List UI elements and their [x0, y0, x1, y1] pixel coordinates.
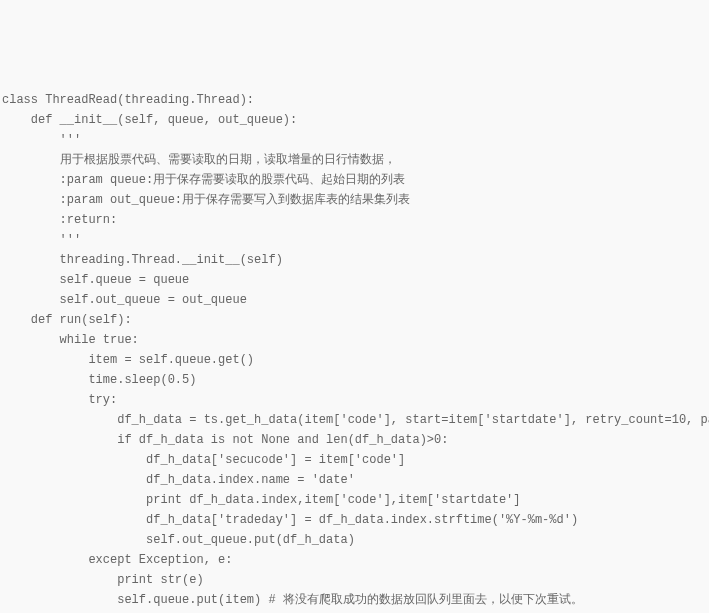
code-line: self.out_queue = out_queue — [2, 290, 707, 310]
code-line: df_h_data['secucode'] = item['code'] — [2, 450, 707, 470]
code-line: def __init__(self, queue, out_queue): — [2, 110, 707, 130]
code-line: ''' — [2, 230, 707, 250]
code-line: if df_h_data is not None and len(df_h_da… — [2, 430, 707, 450]
code-line: ''' — [2, 130, 707, 150]
code-line: df_h_data['tradeday'] = df_h_data.index.… — [2, 510, 707, 530]
code-line: try: — [2, 390, 707, 410]
code-line: self.queue.put(item) # 将没有爬取成功的数据放回队列里面去… — [2, 590, 707, 610]
code-line: df_h_data = ts.get_h_data(item['code'], … — [2, 410, 707, 430]
code-line: self.queue = queue — [2, 270, 707, 290]
code-line: self.out_queue.put(df_h_data) — [2, 530, 707, 550]
code-line: :param queue:用于保存需要读取的股票代码、起始日期的列表 — [2, 170, 707, 190]
code-line: threading.Thread.__init__(self) — [2, 250, 707, 270]
code-line: df_h_data.index.name = 'date' — [2, 470, 707, 490]
code-line: time.sleep(0.5) — [2, 370, 707, 390]
code-block: class ThreadRead(threading.Thread): def … — [2, 90, 707, 613]
code-line: item = self.queue.get() — [2, 350, 707, 370]
code-line: while true: — [2, 330, 707, 350]
code-line: def run(self): — [2, 310, 707, 330]
code-line: print df_h_data.index,item['code'],item[… — [2, 490, 707, 510]
code-line: except Exception, e: — [2, 550, 707, 570]
code-line: print str(e) — [2, 570, 707, 590]
code-line: class ThreadRead(threading.Thread): — [2, 90, 707, 110]
code-line: 用于根据股票代码、需要读取的日期，读取增量的日行情数据， — [2, 150, 707, 170]
code-line: :param out_queue:用于保存需要写入到数据库表的结果集列表 — [2, 190, 707, 210]
code-line: :return: — [2, 210, 707, 230]
